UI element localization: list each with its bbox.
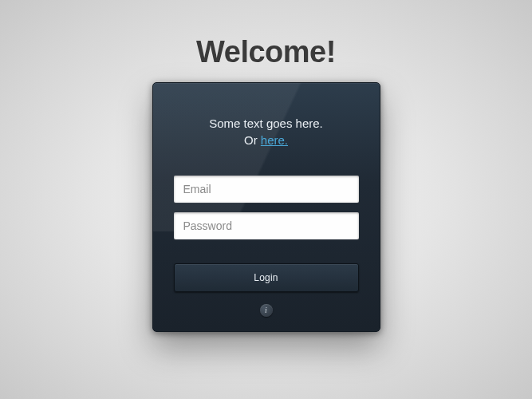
page-title: Welcome! <box>0 35 532 69</box>
login-button[interactable]: Login <box>174 263 359 292</box>
intro-text: Some text goes here. Or here. <box>174 115 359 148</box>
password-field[interactable] <box>174 212 359 239</box>
intro-line1: Some text goes here. <box>209 117 323 130</box>
intro-line2-prefix: Or <box>244 133 261 147</box>
email-field[interactable] <box>174 176 359 203</box>
intro-link[interactable]: here. <box>261 133 288 147</box>
login-panel: Some text goes here. Or here. Login i <box>152 82 380 332</box>
info-icon[interactable]: i <box>260 304 273 317</box>
